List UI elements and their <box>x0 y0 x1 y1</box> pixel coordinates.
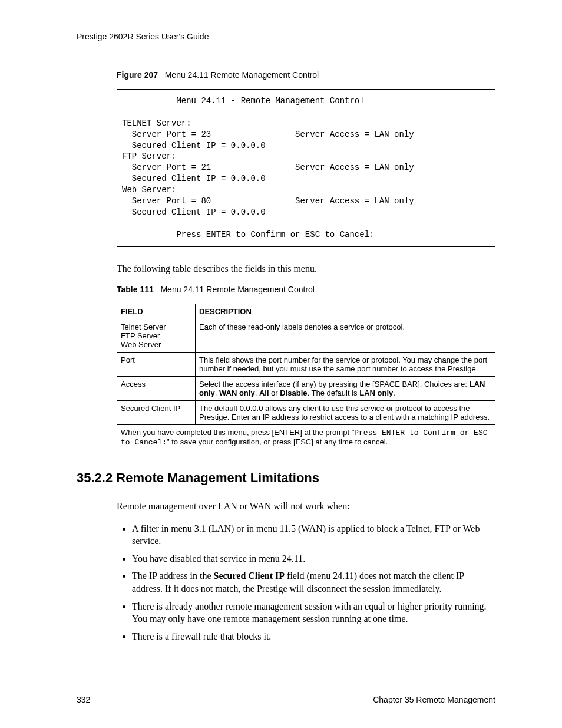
section-heading: 35.2.2 Remote Management Limitations <box>77 470 495 486</box>
figure-prefix: Figure 207 <box>117 70 158 80</box>
list-item: A filter in menu 3.1 (LAN) or in menu 11… <box>132 522 495 548</box>
cell-field: Telnet Server FTP Server Web Server <box>117 319 196 352</box>
terminal-screen: Menu 24.11 - Remote Management Control T… <box>117 89 495 247</box>
list-item: There is already another remote manageme… <box>132 600 495 625</box>
list-item: The IP address in the Secured Client IP … <box>132 569 495 595</box>
chapter-label: Chapter 35 Remote Management <box>373 695 495 704</box>
terminal-line: TELNET Server: <box>122 118 191 128</box>
page-number: 332 <box>77 695 90 704</box>
terminal-line: Web Server: <box>122 185 176 195</box>
col-desc-header: DESCRIPTION <box>196 304 495 319</box>
terminal-line: Press ENTER to Confirm or ESC to Cancel: <box>122 230 374 239</box>
figure-caption: Figure 207 Menu 24.11 Remote Management … <box>117 70 495 80</box>
cell-footer: When you have completed this menu, press… <box>117 424 495 450</box>
cell-field: Access <box>117 376 196 400</box>
list-item: You have disabled that service in menu 2… <box>132 552 495 565</box>
col-field-header: FIELD <box>117 304 196 319</box>
table-caption: Table 111 Menu 24.11 Remote Management C… <box>117 285 495 294</box>
table-row: Access Select the access interface (if a… <box>117 376 495 400</box>
section-intro: Remote management over LAN or WAN will n… <box>117 501 495 512</box>
terminal-line: Server Port = 23 Server Access = LAN onl… <box>122 130 414 139</box>
terminal-line: Secured Client IP = 0.0.0.0 <box>122 141 266 150</box>
page-footer: 332 Chapter 35 Remote Management <box>77 690 495 704</box>
table-header-row: FIELD DESCRIPTION <box>117 304 495 319</box>
terminal-line: Server Port = 21 Server Access = LAN onl… <box>122 163 414 172</box>
field-description-table: FIELD DESCRIPTION Telnet Server FTP Serv… <box>117 304 495 450</box>
cell-desc: This field shows the port number for the… <box>196 352 495 376</box>
table-row: Port This field shows the port number fo… <box>117 352 495 376</box>
running-header: Prestige 2602R Series User's Guide <box>77 32 495 45</box>
table-prefix: Table 111 <box>117 285 154 294</box>
terminal-line: FTP Server: <box>122 151 176 161</box>
cell-desc: Select the access interface (if any) by … <box>196 376 495 400</box>
cell-field: Secured Client IP <box>117 400 196 424</box>
table-title: Menu 24.11 Remote Management Control <box>160 285 314 294</box>
cell-field: Port <box>117 352 196 376</box>
cell-desc: Each of these read-only labels denotes a… <box>196 319 495 352</box>
terminal-line: Secured Client IP = 0.0.0.0 <box>122 207 266 217</box>
terminal-line: Secured Client IP = 0.0.0.0 <box>122 174 266 183</box>
table-footer-row: When you have completed this menu, press… <box>117 424 495 450</box>
bullet-list: A filter in menu 3.1 (LAN) or in menu 11… <box>132 522 495 643</box>
terminal-line: Menu 24.11 - Remote Management Control <box>122 96 365 106</box>
figure-title: Menu 24.11 Remote Management Control <box>165 70 319 80</box>
cell-desc: The default 0.0.0.0 allows any client to… <box>196 400 495 424</box>
intro-paragraph: The following table describes the fields… <box>117 263 495 274</box>
list-item: There is a firewall rule that blocks it. <box>132 630 495 643</box>
table-row: Secured Client IP The default 0.0.0.0 al… <box>117 400 495 424</box>
table-row: Telnet Server FTP Server Web Server Each… <box>117 319 495 352</box>
terminal-line: Server Port = 80 Server Access = LAN onl… <box>122 196 414 206</box>
